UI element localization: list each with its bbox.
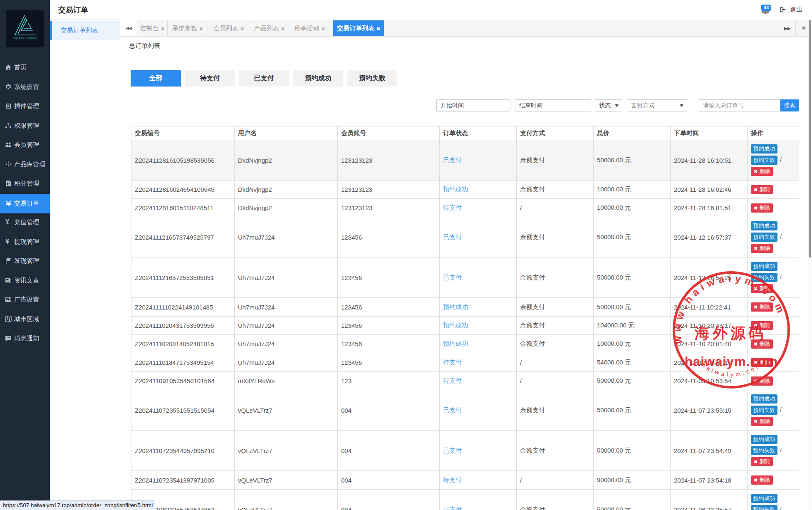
svg-text:haiwaiym.com: haiwaiym.com (685, 354, 778, 369)
svg-text:海外源码: 海外源码 (694, 324, 766, 342)
svg-text:THE BEST CORGO: THE BEST CORGO (12, 37, 37, 39)
